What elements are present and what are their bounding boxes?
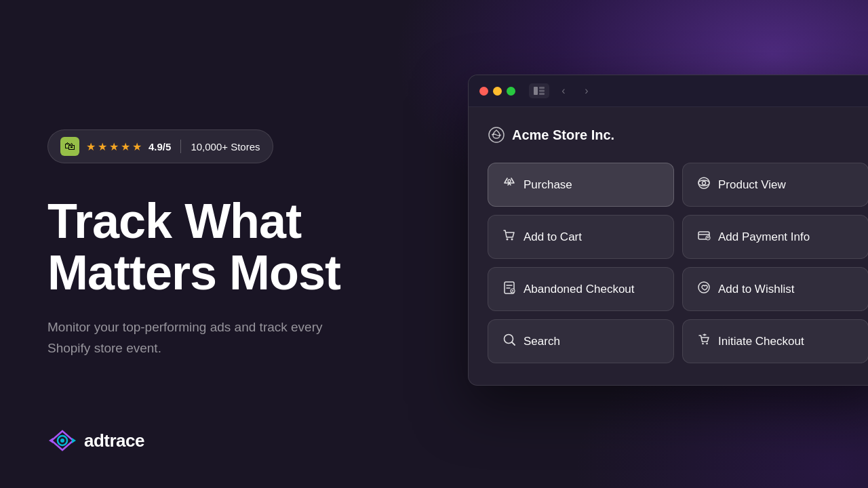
adtrace-logo: adtrace — [47, 426, 144, 455]
svg-point-14 — [703, 182, 706, 185]
star-5: ★ — [132, 140, 142, 153]
add-payment-info-button[interactable]: Add Payment Info — [682, 215, 868, 259]
add-payment-info-label: Add Payment Info — [718, 230, 810, 244]
add-to-cart-button[interactable]: Add to Cart — [488, 215, 674, 259]
search-icon — [502, 332, 517, 350]
headline-line2: Matters Most — [47, 245, 340, 300]
svg-point-3 — [60, 439, 64, 443]
store-icon — [488, 126, 505, 144]
shopify-icon: 🛍 — [60, 137, 79, 156]
svg-rect-8 — [539, 90, 545, 92]
svg-point-23 — [702, 343, 704, 345]
sidebar-toggle-button[interactable] — [529, 83, 549, 98]
svg-rect-6 — [534, 87, 538, 95]
star-3: ★ — [109, 140, 119, 153]
traffic-light-green[interactable] — [507, 87, 515, 96]
rating-score: 4.9/5 — [149, 141, 171, 152]
search-button[interactable]: Search — [488, 319, 674, 363]
browser-controls: ‹ › — [529, 83, 595, 98]
svg-point-12 — [698, 178, 709, 188]
adtrace-text: adtrace — [84, 430, 144, 451]
svg-rect-9 — [539, 93, 545, 95]
initiate-checkout-label: Initiate Checkout — [718, 335, 804, 348]
back-button[interactable]: ‹ — [555, 83, 572, 98]
subtitle: Monitor your top-performing ads and trac… — [47, 317, 359, 359]
purchase-icon — [502, 176, 517, 194]
svg-marker-5 — [72, 438, 76, 443]
adtrace-icon — [47, 426, 77, 455]
svg-marker-4 — [49, 438, 53, 443]
initiate-checkout-button[interactable]: Initiate Checkout — [682, 319, 868, 363]
stores-count: 10,000+ Stores — [191, 141, 260, 152]
star-1: ★ — [86, 140, 96, 153]
product-view-button[interactable]: Product View — [682, 163, 868, 207]
initiate-checkout-icon — [696, 332, 711, 350]
traffic-light-yellow[interactable] — [493, 87, 502, 96]
add-payment-info-icon — [696, 228, 711, 246]
traffic-light-red[interactable] — [479, 87, 488, 96]
headline-line1: Track What — [47, 194, 301, 248]
abandoned-checkout-label: Abandoned Checkout — [524, 283, 635, 296]
forward-button[interactable]: › — [578, 83, 595, 98]
search-label: Search — [524, 335, 560, 348]
rating-badge: 🛍 ★ ★ ★ ★ ★ 4.9/5 10,000+ Stores — [47, 129, 273, 163]
abandoned-checkout-icon — [502, 280, 517, 298]
product-view-icon — [696, 176, 711, 194]
purchase-label: Purchase — [524, 178, 572, 192]
purchase-button[interactable]: Purchase — [488, 163, 674, 207]
badge-divider — [180, 140, 181, 153]
svg-point-15 — [507, 239, 509, 241]
add-to-cart-icon — [502, 228, 517, 246]
add-to-wishlist-icon — [696, 280, 711, 298]
add-to-wishlist-button[interactable]: Add to Wishlist — [682, 267, 868, 311]
store-header: Acme Store Inc. — [488, 126, 868, 144]
star-4: ★ — [121, 140, 130, 153]
svg-point-11 — [508, 180, 511, 182]
svg-rect-7 — [539, 87, 545, 89]
traffic-lights — [479, 87, 515, 96]
star-2: ★ — [98, 140, 107, 153]
add-to-wishlist-label: Add to Wishlist — [718, 283, 794, 296]
svg-point-24 — [706, 343, 708, 345]
stars: ★ ★ ★ ★ ★ — [86, 140, 142, 153]
browser-content: Acme Store Inc. Purchase — [469, 107, 868, 385]
browser-window: ‹ › Acme Store Inc. — [468, 75, 868, 386]
product-view-label: Product View — [718, 178, 786, 192]
abandoned-checkout-button[interactable]: Abandoned Checkout — [488, 267, 674, 311]
headline: Track What Matters Most — [47, 196, 441, 298]
svg-point-16 — [511, 239, 513, 241]
store-name: Acme Store Inc. — [512, 127, 614, 143]
browser-chrome: ‹ › — [469, 75, 868, 107]
add-to-cart-label: Add to Cart — [524, 230, 582, 244]
event-grid: Purchase Product View — [488, 163, 868, 363]
left-panel: 🛍 ★ ★ ★ ★ ★ 4.9/5 10,000+ Stores Track W… — [47, 0, 441, 488]
